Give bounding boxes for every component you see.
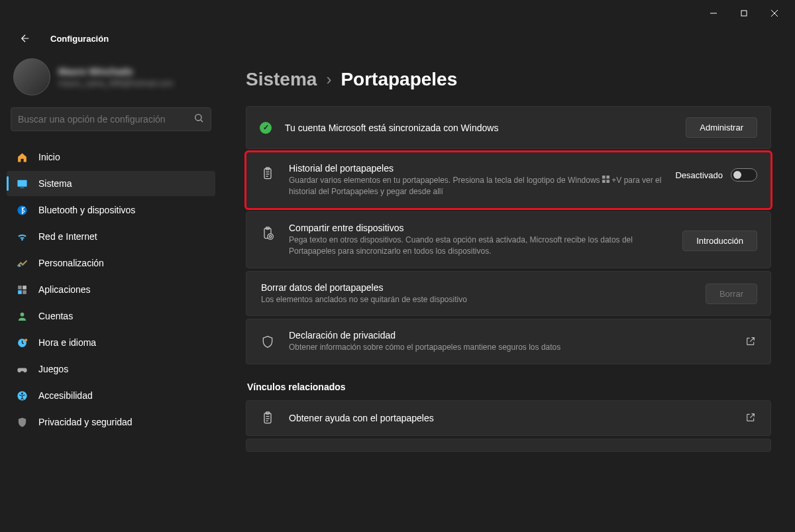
privacy-icon [16,416,28,428]
manage-account-button[interactable]: Administrar [686,117,757,138]
partial-card [246,439,771,452]
svg-rect-12 [23,290,26,294]
nav-accesibilidad[interactable]: Accesibilidad [7,383,215,408]
share-intro-button[interactable]: Introducción [682,231,757,251]
account-sync-card: ✓ Tu cuenta Microsoft está sincronizada … [246,106,771,149]
search-box[interactable] [11,107,211,131]
nav-label: Red e Internet [38,231,97,242]
clipboard-icon [260,411,276,425]
breadcrumb-parent[interactable]: Sistema [246,69,317,90]
apps-icon [16,284,28,295]
personalize-icon [16,257,28,269]
nav-label: Sistema [38,178,72,189]
help-title: Obtener ayuda con el portapapeles [289,413,732,423]
nav-label: Inicio [38,152,60,162]
nav-label: Cuentas [38,311,73,321]
privacy-desc: Obtener información sobre cómo el portap… [289,342,732,353]
nav-label: Accesibilidad [38,390,93,401]
svg-rect-6 [17,180,26,186]
profile-name: Mauro Winchado [58,66,174,77]
svg-rect-9 [18,286,22,290]
account-sync-text: Tu cuenta Microsoft está sincronizada co… [285,123,672,133]
clipboard-sync-icon [260,227,276,240]
svg-point-13 [20,312,24,316]
access-icon [16,390,28,401]
nav-juegos[interactable]: Juegos [7,356,215,382]
history-desc: Guardar varios elementos en tu portapape… [289,175,662,197]
profile-email: mauro_cama_899@hotmail.com [58,79,174,88]
svg-rect-25 [602,180,606,184]
share-desc: Pega texto en otros dispositivos. Cuando… [289,235,669,257]
svg-point-15 [25,339,27,341]
header: Configuración [0,27,795,56]
app-title: Configuración [50,34,109,44]
close-button[interactable] [759,3,790,24]
avatar [13,58,50,95]
nav-sistema[interactable]: Sistema [7,171,215,196]
privacy-statement-card[interactable]: Declaración de privacidad Obtener inform… [246,319,771,364]
help-card[interactable]: Obtener ayuda con el portapapeles [246,400,771,436]
shield-icon [260,335,276,348]
svg-point-29 [268,234,273,239]
external-link-icon [745,336,757,348]
nav-personalizacion[interactable]: Personalización [7,250,215,276]
clear-desc: Los elementos anclados no se quitarán de… [261,294,692,305]
time-icon [16,337,28,348]
clear-data-card: Borrar datos del portapapeles Los elemen… [246,271,771,317]
nav-label: Hora e idioma [38,337,96,348]
svg-rect-11 [18,290,22,294]
games-icon [16,363,28,375]
bluetooth-icon [16,204,28,216]
nav-aplicaciones[interactable]: Aplicaciones [7,277,215,302]
titlebar [0,0,795,27]
windows-key-icon [602,175,610,186]
home-icon [16,151,28,163]
content: Sistema › Portapapeles ✓ Tu cuenta Micro… [222,56,795,532]
system-icon [16,178,28,189]
maximize-button[interactable] [729,3,759,24]
nav-label: Juegos [38,364,68,374]
nav-bluetooth[interactable]: Bluetooth y dispositivos [7,197,215,223]
nav-label: Personalización [38,258,104,268]
nav-label: Bluetooth y dispositivos [38,205,135,215]
network-icon [16,231,28,242]
sidebar: Mauro Winchado mauro_cama_899@hotmail.co… [0,56,222,532]
clipboard-history-card[interactable]: Historial del portapapeles Guardar vario… [246,152,771,209]
checkmark-icon: ✓ [260,122,272,134]
toggle-state-label: Desactivado [675,170,723,180]
svg-line-5 [201,120,203,122]
nav: Inicio Sistema Bluetooth y dispositivos … [7,144,215,435]
back-button[interactable] [13,27,37,50]
related-heading: Vínculos relacionados [247,382,771,392]
chevron-right-icon: › [326,70,331,89]
breadcrumb-current: Portapapeles [341,69,457,90]
privacy-title: Declaración de privacidad [289,330,732,341]
history-toggle[interactable] [731,168,757,182]
profile[interactable]: Mauro Winchado mauro_cama_899@hotmail.co… [7,56,215,107]
clipboard-icon [260,167,276,180]
minimize-button[interactable] [698,3,729,24]
external-link-icon [745,412,757,424]
search-icon [193,113,204,126]
svg-point-17 [21,392,23,394]
breadcrumb: Sistema › Portapapeles [246,69,771,90]
share-devices-card[interactable]: Compartir entre dispositivos Pega texto … [246,211,771,268]
svg-rect-23 [602,176,606,179]
history-title: Historial del portapapeles [289,163,662,174]
nav-label: Privacidad y seguridad [38,417,132,427]
search-input[interactable] [18,114,193,125]
svg-point-4 [195,115,201,121]
accounts-icon [16,310,28,322]
share-title: Compartir entre dispositivos [289,223,669,233]
clear-title: Borrar datos del portapapeles [261,282,692,293]
svg-rect-7 [20,187,24,188]
svg-rect-10 [23,286,26,290]
svg-rect-1 [741,11,747,16]
nav-cuentas[interactable]: Cuentas [7,303,215,329]
nav-privacidad[interactable]: Privacidad y seguridad [7,409,215,435]
nav-inicio[interactable]: Inicio [7,144,215,170]
nav-hora[interactable]: Hora e idioma [7,330,215,355]
clear-button: Borrar [706,284,757,304]
nav-label: Aplicaciones [38,284,91,295]
nav-red[interactable]: Red e Internet [7,224,215,249]
